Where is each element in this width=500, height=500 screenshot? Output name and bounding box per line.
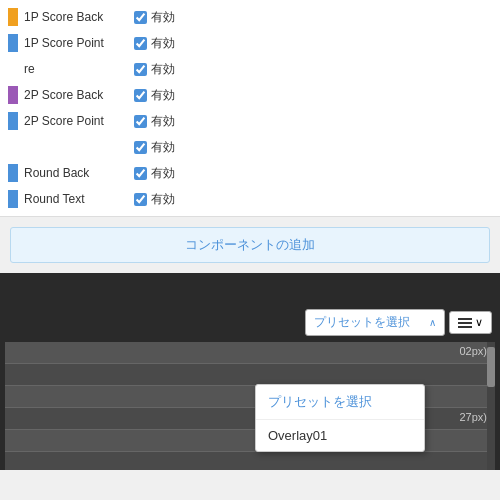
size-label-2: 27px) <box>459 411 487 423</box>
toolbar-row: プリセットを選択 ∧ ∨ <box>0 303 500 342</box>
checkbox-round-back[interactable] <box>134 167 147 180</box>
chevron-up-icon: ∧ <box>429 317 436 328</box>
color-bar-round-back <box>8 164 18 182</box>
enabled-label-2p-score-back: 有効 <box>151 87 175 104</box>
enabled-label-round-back: 有効 <box>151 165 175 182</box>
checkbox-blank[interactable] <box>134 141 147 154</box>
checkbox-2p-score-point[interactable] <box>134 115 147 128</box>
checkbox-2p-score-back[interactable] <box>134 89 147 102</box>
enabled-label-1p-score-point: 有効 <box>151 35 175 52</box>
component-list: 1P Score Back 有効 1P Score Point 有効 re 有効… <box>0 0 500 217</box>
enabled-label-re: 有効 <box>151 61 175 78</box>
color-bar-re <box>8 60 18 78</box>
checkbox-area-re: 有効 <box>134 61 175 78</box>
component-label-round-text: Round Text <box>24 192 134 206</box>
list-item: Round Back 有効 <box>0 160 500 186</box>
component-label-1p-score-back: 1P Score Back <box>24 10 134 24</box>
checkbox-area-1p-score-back: 有効 <box>134 9 175 26</box>
add-component-button[interactable]: コンポーネントの追加 <box>10 227 490 263</box>
preset-dropdown: プリセットを選択 Overlay01 <box>255 384 425 452</box>
color-bar-1p-score-point <box>8 34 18 52</box>
checkbox-area-2p-score-point: 有効 <box>134 113 175 130</box>
list-item: 1P Score Point 有効 <box>0 30 500 56</box>
hamburger-icon <box>458 318 472 328</box>
checkbox-round-text[interactable] <box>134 193 147 206</box>
menu-chevron-icon: ∨ <box>475 316 483 329</box>
checkbox-area-1p-score-point: 有効 <box>134 35 175 52</box>
enabled-label-2p-score-point: 有効 <box>151 113 175 130</box>
color-bar-blank <box>8 138 18 156</box>
list-item: 有効 <box>0 134 500 160</box>
enabled-label-1p-score-back: 有効 <box>151 9 175 26</box>
color-bar-round-text <box>8 190 18 208</box>
size-label-1: 02px) <box>459 345 487 357</box>
bottom-panel: プリセットを選択 ∧ ∨ 02px) 27px) プリセットを選択 Ove <box>0 303 500 470</box>
list-item: Round Text 有効 <box>0 186 500 212</box>
dark-divider <box>0 273 500 303</box>
list-item: 2P Score Point 有効 <box>0 108 500 134</box>
enabled-label-blank: 有効 <box>151 139 175 156</box>
color-bar-2p-score-point <box>8 112 18 130</box>
list-item: re 有効 <box>0 56 500 82</box>
checkbox-area-blank: 有効 <box>134 139 175 156</box>
color-bar-1p-score-back <box>8 8 18 26</box>
preset-select-label: プリセットを選択 <box>314 314 410 331</box>
dropdown-header[interactable]: プリセットを選択 <box>256 385 424 420</box>
component-label-2p-score-back: 2P Score Back <box>24 88 134 102</box>
preset-select-button[interactable]: プリセットを選択 ∧ <box>305 309 445 336</box>
checkbox-re[interactable] <box>134 63 147 76</box>
list-item: 2P Score Back 有効 <box>0 82 500 108</box>
checkbox-area-2p-score-back: 有効 <box>134 87 175 104</box>
scrollbar-thumb[interactable] <box>487 347 495 387</box>
component-label-round-back: Round Back <box>24 166 134 180</box>
checkbox-1p-score-point[interactable] <box>134 37 147 50</box>
list-item: 1P Score Back 有効 <box>0 4 500 30</box>
menu-button[interactable]: ∨ <box>449 311 492 334</box>
component-label-re: re <box>24 62 134 76</box>
checkbox-area-round-text: 有効 <box>134 191 175 208</box>
checkbox-area-round-back: 有効 <box>134 165 175 182</box>
checkbox-1p-score-back[interactable] <box>134 11 147 24</box>
color-bar-2p-score-back <box>8 86 18 104</box>
dropdown-item-overlay01[interactable]: Overlay01 <box>256 420 424 451</box>
scrollbar[interactable] <box>487 342 495 470</box>
enabled-label-round-text: 有効 <box>151 191 175 208</box>
component-label-2p-score-point: 2P Score Point <box>24 114 134 128</box>
component-label-1p-score-point: 1P Score Point <box>24 36 134 50</box>
